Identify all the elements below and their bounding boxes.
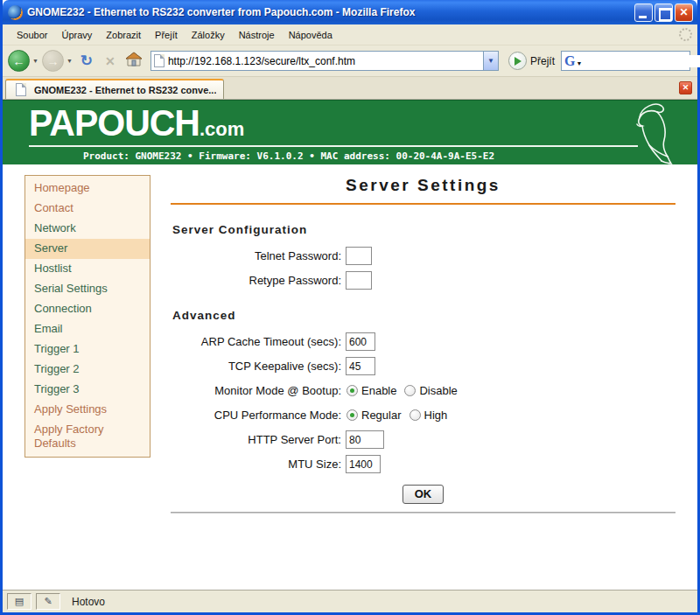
cpu-performance-high-label: High: [424, 409, 448, 422]
page-content: Homepage Contact Network Server Hostlist…: [3, 164, 697, 590]
url-dropdown-icon[interactable]: ▼: [483, 52, 498, 70]
monitor-mode-label: Monitor Mode @ Bootup:: [171, 384, 346, 397]
sidebar-item-apply-factory-defaults[interactable]: Apply Factory Defaults: [25, 420, 150, 454]
sidebar-item-apply-settings[interactable]: Apply Settings: [25, 400, 150, 420]
tcp-keepalive-field[interactable]: [346, 357, 375, 375]
address-bar[interactable]: ▼: [150, 51, 499, 71]
monitor-mode-enable-radio[interactable]: [346, 385, 358, 396]
bottom-rule: [171, 512, 676, 514]
tcp-keepalive-row: TCP Keepalive (secs):: [171, 356, 676, 376]
forward-button[interactable]: →: [42, 50, 64, 72]
browser-viewport: PAPOUCH.com Product: GNOME232 • Firmware…: [3, 100, 697, 590]
arp-cache-timeout-label: ARP Cache Timeout (secs):: [171, 335, 346, 348]
telnet-password-field[interactable]: [346, 247, 372, 265]
search-engine-dropdown-icon[interactable]: ▼: [576, 60, 582, 66]
sidebar-menu: Homepage Contact Network Server Hostlist…: [24, 175, 150, 458]
ok-button[interactable]: OK: [402, 485, 444, 504]
status-text: Hotovo: [72, 596, 105, 608]
search-box[interactable]: G ▼: [561, 51, 690, 71]
sidebar-item-contact[interactable]: Contact: [25, 199, 150, 219]
section-server-configuration: Server Configuration: [172, 223, 676, 236]
back-dropdown-icon[interactable]: ▼: [32, 58, 38, 64]
page-title: Server Settings: [171, 176, 676, 195]
maximize-button[interactable]: [654, 3, 673, 22]
sidebar-item-hostlist[interactable]: Hostlist: [25, 259, 150, 279]
go-label: Přejít: [530, 55, 555, 67]
monitor-mode-disable-radio[interactable]: [404, 385, 416, 396]
mtu-size-row: MTU Size:: [171, 454, 676, 474]
http-server-port-field[interactable]: [346, 430, 384, 449]
cpu-performance-regular-radio[interactable]: [346, 409, 358, 421]
monitor-mode-disable-label: Disable: [419, 384, 457, 397]
retype-password-row: Retype Password:: [171, 270, 676, 290]
sidebar-item-trigger-1[interactable]: Trigger 1: [25, 339, 150, 360]
http-server-port-row: HTTP Server Port:: [171, 430, 676, 450]
close-tab-button[interactable]: ✕: [679, 81, 692, 94]
tab-page-icon: [16, 83, 26, 96]
popup-blocker-icon: ✎: [36, 593, 60, 610]
tab-active[interactable]: GNOME232 - Ethernet to RS232 conve...: [5, 79, 224, 99]
menu-zalozky[interactable]: Záložky: [185, 27, 232, 43]
retype-password-label: Retype Password:: [171, 274, 346, 287]
papouch-logo: PAPOUCH.com: [29, 102, 244, 145]
bookmarks-panel-icon: ▤: [7, 593, 32, 610]
parrot-icon: [620, 101, 675, 164]
go-icon: [508, 52, 527, 70]
sidebar-item-connection[interactable]: Connection: [25, 299, 150, 319]
mtu-size-field[interactable]: [346, 455, 381, 473]
sidebar-item-serial-settings[interactable]: Serial Settings: [25, 279, 150, 299]
tab-bar: GNOME232 - Ethernet to RS232 conve... ✕: [3, 77, 697, 100]
header-rule: [29, 145, 638, 147]
telnet-password-row: Telnet Password:: [171, 246, 676, 266]
monitor-mode-row: Monitor Mode @ Bootup: Enable Disable: [171, 381, 676, 401]
go-button[interactable]: Přejít: [505, 52, 558, 70]
close-button[interactable]: ✕: [675, 3, 693, 22]
product-info: Product: GNOME232 • Firmware: V6.1.0.2 •…: [55, 150, 522, 162]
reload-button[interactable]: ↻: [76, 52, 97, 70]
menu-nastroje[interactable]: Nástroje: [232, 27, 282, 43]
menu-zobrazit[interactable]: Zobrazit: [99, 27, 148, 43]
sidebar-item-server[interactable]: Server: [25, 239, 150, 259]
tab-title: GNOME232 - Ethernet to RS232 conve...: [34, 85, 216, 95]
title-rule: [171, 203, 676, 205]
site-header: PAPOUCH.com Product: GNOME232 • Firmware…: [3, 100, 697, 164]
stop-button[interactable]: ✕: [100, 54, 121, 68]
menu-napoveda[interactable]: Nápověda: [282, 27, 340, 43]
search-input[interactable]: [585, 55, 700, 67]
menu-upravy[interactable]: Úpravy: [54, 27, 99, 43]
sidebar-item-network[interactable]: Network: [25, 219, 150, 239]
http-server-port-label: HTTP Server Port:: [171, 433, 346, 446]
arp-cache-timeout-field[interactable]: [346, 332, 375, 351]
url-input[interactable]: [168, 55, 483, 67]
settings-form: Server Settings Server Configuration Tel…: [171, 164, 676, 514]
sidebar-item-trigger-2[interactable]: Trigger 2: [25, 360, 150, 380]
back-button[interactable]: ←: [8, 50, 30, 72]
forward-dropdown-icon[interactable]: ▼: [66, 58, 73, 64]
telnet-password-label: Telnet Password:: [171, 249, 346, 262]
home-button[interactable]: [123, 52, 144, 71]
menu-prejit[interactable]: Přejít: [148, 27, 185, 43]
menu-soubor[interactable]: Soubor: [10, 27, 54, 43]
throbber-icon: [679, 28, 692, 41]
retype-password-field[interactable]: [346, 271, 372, 290]
sidebar-item-trigger-3[interactable]: Trigger 3: [25, 380, 150, 400]
status-bar: ▤ ✎ Hotovo: [3, 590, 697, 612]
tcp-keepalive-label: TCP Keepalive (secs):: [171, 360, 346, 373]
sidebar-item-email[interactable]: Email: [25, 319, 150, 339]
browser-window: GNOME232 - Ethernet to RS232 converter f…: [0, 0, 700, 615]
mtu-size-label: MTU Size:: [171, 458, 346, 471]
cpu-performance-row: CPU Performance Mode: Regular High: [171, 405, 676, 425]
arp-cache-timeout-row: ARP Cache Timeout (secs):: [171, 332, 676, 352]
section-advanced: Advanced: [172, 309, 676, 322]
home-icon: [125, 52, 143, 66]
firefox-icon: [8, 5, 23, 20]
cpu-performance-high-radio[interactable]: [410, 409, 421, 421]
google-icon: G: [564, 53, 575, 69]
menu-bar: Soubor Úpravy Zobrazit Přejít Záložky Ná…: [3, 24, 697, 45]
window-title: GNOME232 - Ethernet to RS232 converter f…: [27, 6, 633, 18]
title-bar: GNOME232 - Ethernet to RS232 converter f…: [3, 0, 697, 24]
sidebar-item-homepage[interactable]: Homepage: [25, 178, 150, 199]
monitor-mode-enable-label: Enable: [361, 384, 396, 397]
minimize-button[interactable]: [634, 3, 653, 22]
cpu-performance-regular-label: Regular: [361, 409, 402, 422]
